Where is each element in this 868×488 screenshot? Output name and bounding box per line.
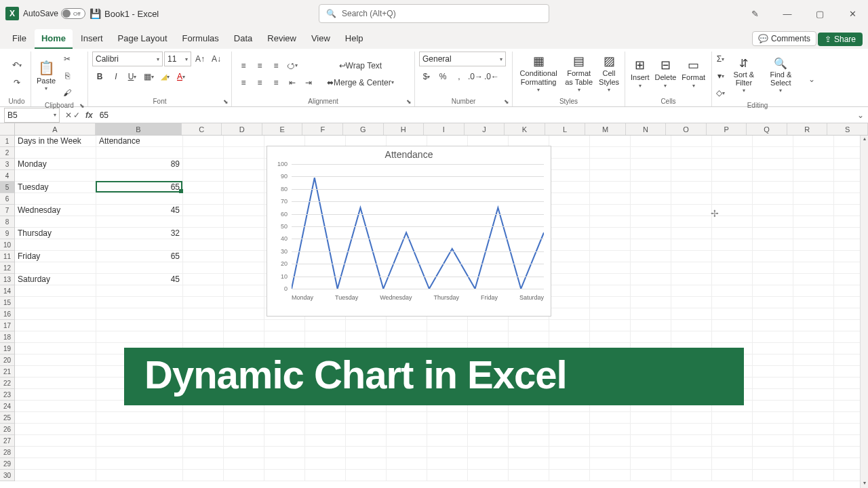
wrap-text-button[interactable]: ↩ Wrap Text: [324, 58, 397, 73]
row-header-20[interactable]: 20: [0, 354, 14, 366]
col-header-A[interactable]: A: [15, 123, 96, 135]
tab-page-layout[interactable]: Page Layout: [111, 29, 174, 49]
vertical-scrollbar[interactable]: ▴ ▾: [860, 136, 868, 488]
merge-center-button[interactable]: ⬌ Merge & Center ▾: [324, 75, 397, 90]
redo-button[interactable]: ↷: [9, 75, 24, 90]
search-input[interactable]: 🔍 Search (Alt+Q): [319, 4, 549, 23]
row-header-2[interactable]: 2: [0, 147, 14, 159]
formula-expand-icon[interactable]: ⌄: [853, 110, 868, 120]
tab-data[interactable]: Data: [227, 29, 259, 49]
row-header-10[interactable]: 10: [0, 239, 14, 251]
col-header-C[interactable]: C: [182, 123, 222, 135]
decrease-indent-icon[interactable]: ⇤: [285, 75, 300, 90]
formula-input[interactable]: 65: [96, 110, 853, 120]
align-middle-icon[interactable]: ≡: [252, 58, 267, 73]
row-header-8[interactable]: 8: [0, 216, 14, 228]
row-header-23[interactable]: 23: [0, 389, 14, 401]
align-left-icon[interactable]: ≡: [236, 75, 251, 90]
row-header-25[interactable]: 25: [0, 412, 14, 424]
currency-icon[interactable]: $▾: [419, 69, 434, 84]
row-header-29[interactable]: 29: [0, 458, 14, 470]
tab-home[interactable]: Home: [35, 29, 73, 49]
row-header-22[interactable]: 22: [0, 378, 14, 389]
row-header-27[interactable]: 27: [0, 435, 14, 447]
row-header-16[interactable]: 16: [0, 308, 14, 320]
ribbon-collapse-icon[interactable]: ⌄: [803, 75, 821, 84]
share-button[interactable]: ⇪ Share: [818, 33, 863, 46]
select-all-corner[interactable]: [0, 123, 15, 135]
underline-button[interactable]: U▾: [125, 69, 140, 84]
row-header-26[interactable]: 26: [0, 424, 14, 435]
cell-A9[interactable]: Thursday: [15, 228, 96, 239]
format-as-table-button[interactable]: ▤Format as Table▾: [563, 55, 595, 94]
format-cells-button[interactable]: ▭Format▾: [680, 59, 707, 89]
col-header-E[interactable]: E: [262, 123, 303, 135]
cell-B11[interactable]: 65: [96, 251, 183, 262]
tab-formulas[interactable]: Formulas: [176, 29, 226, 49]
row-header-9[interactable]: 9: [0, 228, 14, 239]
enter-formula-icon[interactable]: ✓: [73, 110, 80, 120]
italic-button[interactable]: I: [108, 69, 123, 84]
cell-A3[interactable]: Monday: [15, 159, 96, 170]
col-header-L[interactable]: L: [545, 123, 586, 135]
col-header-H[interactable]: H: [384, 123, 425, 135]
tab-review[interactable]: Review: [260, 29, 303, 49]
autosave-toggle[interactable]: AutoSave Off: [23, 8, 85, 19]
cell-A11[interactable]: Friday: [15, 251, 96, 262]
cell-B5[interactable]: 65: [96, 182, 183, 193]
cell-A1[interactable]: Days in the Week: [15, 136, 96, 147]
col-header-G[interactable]: G: [343, 123, 384, 135]
orientation-icon[interactable]: ⭯▾: [285, 58, 300, 73]
col-header-D[interactable]: D: [222, 123, 262, 135]
comments-button[interactable]: 💬 Comments: [752, 31, 816, 46]
align-top-icon[interactable]: ≡: [236, 58, 251, 73]
col-header-I[interactable]: I: [424, 123, 465, 135]
font-color-button[interactable]: A▾: [174, 69, 189, 84]
conditional-formatting-button[interactable]: ▦Conditional Formatting▾: [517, 55, 560, 94]
tab-insert[interactable]: Insert: [74, 29, 110, 49]
tab-help[interactable]: Help: [338, 29, 370, 49]
row-header-3[interactable]: 3: [0, 159, 14, 170]
row-header-17[interactable]: 17: [0, 320, 14, 331]
insert-cells-button[interactable]: ⊞Insert▾: [629, 59, 651, 89]
row-header-12[interactable]: 12: [0, 262, 14, 274]
cell-B1[interactable]: Attendance: [96, 136, 183, 147]
row-header-13[interactable]: 13: [0, 274, 14, 285]
increase-decimal-icon[interactable]: .0→: [468, 69, 483, 84]
font-name-select[interactable]: Calibri▾: [92, 52, 163, 66]
cell-A7[interactable]: Wednesday: [15, 205, 96, 216]
align-center-icon[interactable]: ≡: [252, 75, 267, 90]
close-button[interactable]: ✕: [842, 3, 863, 24]
cut-icon[interactable]: ✂: [60, 52, 75, 66]
col-header-R[interactable]: R: [787, 123, 828, 135]
chart[interactable]: Attendance MondayTuesdayWednesdayThursda…: [267, 146, 551, 317]
row-header-24[interactable]: 24: [0, 401, 14, 412]
row-header-15[interactable]: 15: [0, 297, 14, 308]
maximize-button[interactable]: ▢: [810, 3, 830, 24]
cell-A13[interactable]: Saturday: [15, 274, 96, 285]
minimize-button[interactable]: —: [777, 3, 797, 24]
clear-icon[interactable]: ◇▾: [716, 85, 725, 100]
row-header-30[interactable]: 30: [0, 470, 14, 481]
row-header-18[interactable]: 18: [0, 331, 14, 343]
cell-A5[interactable]: Tuesday: [15, 182, 96, 193]
col-header-K[interactable]: K: [505, 123, 545, 135]
font-size-select[interactable]: 11▾: [164, 52, 191, 66]
row-header-7[interactable]: 7: [0, 205, 14, 216]
col-header-M[interactable]: M: [585, 123, 626, 135]
cell-B9[interactable]: 32: [96, 228, 183, 239]
row-header-5[interactable]: 5: [0, 182, 14, 193]
autosum-icon[interactable]: Σ▾: [716, 52, 725, 66]
delete-cells-button[interactable]: ⊟Delete▾: [654, 59, 678, 89]
format-painter-icon[interactable]: 🖌: [60, 85, 75, 100]
row-header-6[interactable]: 6: [0, 193, 14, 205]
increase-font-icon[interactable]: A↑: [193, 52, 208, 66]
find-select-button[interactable]: 🔍Find & Select▾: [763, 58, 799, 95]
fx-icon[interactable]: fx: [83, 110, 96, 120]
align-right-icon[interactable]: ≡: [269, 75, 283, 90]
number-format-select[interactable]: General▾: [419, 52, 506, 66]
increase-indent-icon[interactable]: ⇥: [301, 75, 316, 90]
col-header-P[interactable]: P: [707, 123, 747, 135]
cell-B13[interactable]: 45: [96, 274, 183, 285]
align-bottom-icon[interactable]: ≡: [269, 58, 283, 73]
